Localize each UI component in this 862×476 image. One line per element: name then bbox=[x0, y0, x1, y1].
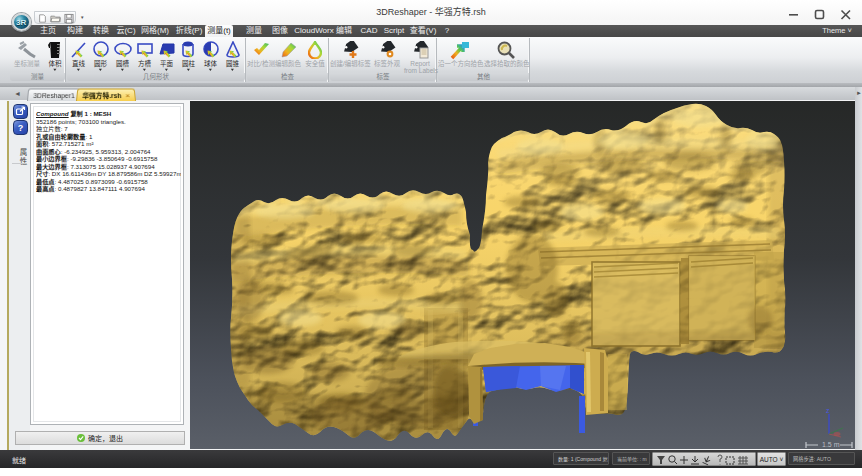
svg-text:1.5 m: 1.5 m bbox=[822, 441, 840, 448]
svg-text:z: z bbox=[826, 407, 830, 414]
